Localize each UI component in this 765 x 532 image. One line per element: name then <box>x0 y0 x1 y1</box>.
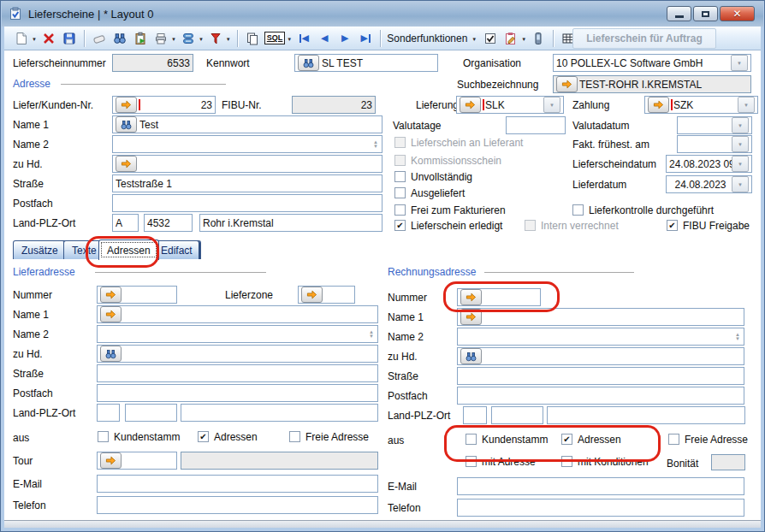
la-lieferzone-field[interactable] <box>298 286 355 304</box>
ra-email-field[interactable] <box>457 477 744 495</box>
suchbezeichnung-field[interactable]: TEST-ROHR I.KREMSTAL <box>553 75 751 93</box>
ra-strasse-field[interactable] <box>457 367 744 385</box>
la-plz-field[interactable] <box>125 404 177 422</box>
dropdown-caret-button[interactable]: ▼ <box>731 55 748 71</box>
ra-zu-hd-field[interactable] <box>457 347 744 365</box>
zahlung-combo[interactable]: SZK ▼ <box>644 96 758 114</box>
la-checkbox-adressen[interactable]: ✔Adressen <box>198 431 258 443</box>
lookup-arrow-button[interactable] <box>460 309 482 325</box>
checkbox-intern-verrechnet[interactable]: ✔Intern verrechnet <box>525 220 619 232</box>
liefer-kunden-nr-field[interactable]: 23 <box>112 96 216 114</box>
checkbox-unvollstaendig[interactable]: ✔Unvollständig <box>394 171 472 183</box>
dropdown-caret-button[interactable]: ▼ <box>543 97 560 113</box>
search-binoculars-button[interactable] <box>116 116 137 133</box>
lookup-arrow-button[interactable] <box>116 97 137 113</box>
checkbox-ausgeliefert[interactable]: ✔Ausgeliefert <box>394 187 465 199</box>
la-tour-field[interactable] <box>97 452 177 470</box>
la-ort-field[interactable] <box>181 404 378 422</box>
checkbox-lieferkontrolle-durchgefuehrt[interactable]: ✔Lieferkontrolle durchgeführt <box>572 204 714 216</box>
lookup-arrow-button[interactable] <box>116 156 137 172</box>
search-binoculars-button[interactable] <box>298 55 319 71</box>
close-button[interactable]: ✕ <box>720 6 755 21</box>
postfach-field[interactable] <box>112 194 382 212</box>
lookup-arrow-button[interactable] <box>301 287 323 303</box>
tab-zusaetze[interactable]: Zusätze <box>13 240 67 259</box>
sort-filter-caret-icon[interactable]: ▼ <box>226 37 231 42</box>
nav-prev-button[interactable]: ◀ <box>315 29 334 48</box>
checkbox-fibu-freigabe[interactable]: ✔FIBU Freigabe <box>667 220 750 232</box>
nav-next-button[interactable]: ▶ <box>335 29 354 48</box>
lookup-arrow-button[interactable] <box>100 306 122 322</box>
search-binoculars-button[interactable] <box>460 348 482 364</box>
ra-checkbox-adressen[interactable]: ✔Adressen <box>561 434 621 446</box>
ra-name1-field[interactable] <box>457 308 744 326</box>
checkbox-toggle-button[interactable] <box>481 29 500 48</box>
fakt-fruehest-am-combo[interactable]: ▼ <box>677 135 752 153</box>
la-name1-field[interactable] <box>97 305 378 323</box>
save-button[interactable] <box>60 29 79 48</box>
la-zu-hd-field[interactable] <box>97 345 378 363</box>
ra-name2-field[interactable]: ▲▼ <box>457 328 744 346</box>
dropdown-caret-button[interactable]: ▼ <box>738 97 755 113</box>
ra-nummer-field[interactable] <box>457 288 541 306</box>
ort-field[interactable]: Rohr i.Kremstal <box>199 214 382 232</box>
lieferung-combo[interactable]: SLK ▼ <box>456 96 564 114</box>
lookup-arrow-button[interactable] <box>556 76 578 92</box>
ra-checkbox-mit-konditionen[interactable]: ✔mit Konditionen <box>561 456 649 468</box>
la-name2-field[interactable]: ▲▼ <box>97 325 378 343</box>
print-button[interactable] <box>151 29 170 48</box>
spinner-control[interactable]: ▲▼ <box>373 140 379 149</box>
lieferdatum-combo[interactable]: 24.08.2023▼ <box>666 175 752 193</box>
lookup-arrow-button[interactable] <box>100 287 122 303</box>
search-binoculars-button[interactable] <box>100 346 122 362</box>
spinner-control[interactable]: ▲▼ <box>369 330 375 339</box>
spinner-control[interactable]: ▲▼ <box>735 333 741 341</box>
sort-filter-button[interactable] <box>206 29 225 48</box>
ra-checkbox-kundenstamm[interactable]: ✔Kundenstamm <box>466 434 548 446</box>
strasse-field[interactable]: Teststraße 1 <box>112 174 382 192</box>
checkbox-kommissionsschein[interactable]: ✔Kommissionsschein <box>394 155 501 167</box>
lookup-arrow-button[interactable] <box>460 97 481 113</box>
nav-last-button[interactable]: ▶ <box>356 29 375 48</box>
la-telefon-field[interactable] <box>97 496 378 514</box>
minimize-button[interactable] <box>667 6 691 21</box>
ra-ort-field[interactable] <box>547 406 745 424</box>
valutatage-field[interactable] <box>506 116 566 134</box>
phone-button[interactable] <box>529 29 548 48</box>
checkbox-frei-zum-fakturieren[interactable]: ✔Frei zum Fakturieren <box>394 204 506 216</box>
checkbox-lieferschein-erledigt[interactable]: ✔Lieferschein erledigt <box>394 220 502 232</box>
ra-telefon-field[interactable] <box>457 499 744 517</box>
dropdown-caret-button[interactable]: ▼ <box>732 176 749 192</box>
layout-list-caret-icon[interactable]: ▼ <box>199 37 204 42</box>
lieferschein-fuer-auftrag-button[interactable]: Lieferschein für Auftrag <box>572 28 716 49</box>
organisation-select[interactable]: 10 POLLEX-LC Software GmbH ▼ <box>553 54 751 72</box>
new-document-caret-icon[interactable]: ▼ <box>32 37 37 42</box>
kennwort-field[interactable]: SL TEST <box>294 54 438 72</box>
la-checkbox-freie-adresse[interactable]: ✔Freie Adresse <box>289 431 369 443</box>
la-land-field[interactable] <box>97 404 120 422</box>
ra-checkbox-freie-adresse[interactable]: ✔Freie Adresse <box>668 434 748 446</box>
plz-field[interactable]: 4532 <box>144 214 193 232</box>
la-checkbox-kundenstamm[interactable]: ✔Kundenstamm <box>98 431 180 443</box>
copy-button[interactable] <box>243 29 262 48</box>
ra-plz-field[interactable] <box>491 406 543 424</box>
zu-hd-field[interactable] <box>112 155 382 173</box>
notes-edit-caret-icon[interactable]: ▼ <box>521 37 526 42</box>
valutadatum-combo[interactable]: ▼ <box>677 116 752 134</box>
delete-button[interactable] <box>39 29 58 48</box>
lookup-arrow-button[interactable] <box>460 289 482 305</box>
search-button[interactable] <box>110 29 129 48</box>
nav-first-button[interactable]: ◀ <box>294 29 313 48</box>
print-caret-icon[interactable]: ▼ <box>171 37 176 42</box>
ra-land-field[interactable] <box>463 406 487 424</box>
la-email-field[interactable] <box>97 475 378 493</box>
la-nummer-field[interactable] <box>97 286 177 304</box>
land-field[interactable]: A <box>112 214 139 232</box>
la-strasse-field[interactable] <box>97 364 378 382</box>
name2-field[interactable]: ▲▼ <box>112 135 382 153</box>
tab-edifact[interactable]: Edifact <box>152 240 201 259</box>
sql-button[interactable]: SQL <box>264 29 287 48</box>
layout-list-button[interactable] <box>179 29 198 48</box>
sql-caret-icon[interactable]: ▼ <box>287 37 292 42</box>
paste-import-button[interactable] <box>131 29 150 48</box>
